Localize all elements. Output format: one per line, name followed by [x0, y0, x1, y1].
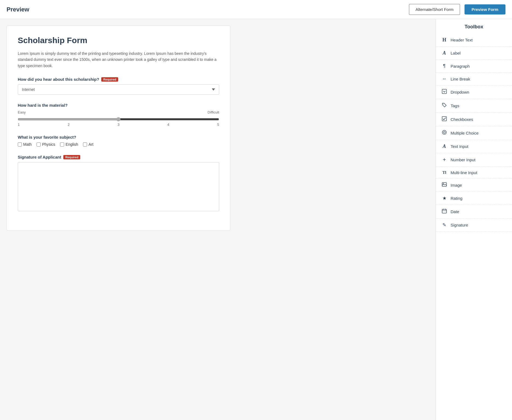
dropdown-section: How did you hear about this scholarship?… [18, 77, 219, 95]
preview-form-button[interactable]: Preview Form [465, 4, 505, 14]
form-container: Scholarship Form Lorem Ipsum is simply d… [7, 26, 230, 231]
toolbox-item-label-label: Label [451, 51, 461, 55]
toolbox-item-number-input[interactable]: + Number Input [436, 153, 512, 167]
toolbox-item-signature[interactable]: ✎ Signature [436, 219, 512, 232]
toolbox-item-text-input[interactable]: A Text Input [436, 140, 512, 153]
signature-section: Signature of Applicant Required [18, 155, 219, 212]
toolbox-item-dropdown[interactable]: Dropdown [436, 85, 512, 99]
signature-icon: ✎ [441, 222, 447, 228]
toolbox-item-label-number-input: Number Input [451, 157, 475, 162]
difficulty-slider[interactable] [18, 117, 219, 121]
toolbox-item-checkboxes[interactable]: Checkboxes [436, 113, 512, 126]
multiple-choice-icon [441, 130, 447, 136]
toolbox-item-label-line-break: Line Break [451, 77, 470, 81]
text-input-icon: A [441, 144, 447, 149]
line-break-icon: ↔ [441, 76, 447, 82]
slider-max-label: Difficult [208, 110, 219, 114]
toolbox-item-label-rating: Rating [451, 196, 462, 201]
slider-label: How hard is the material? [18, 103, 219, 108]
multi-line-input-icon: Tl [441, 170, 447, 175]
toolbox-item-label[interactable]: A Label [436, 47, 512, 60]
checkbox-physics-label: Physics [42, 142, 55, 147]
toolbox-item-label-tags: Tags [451, 103, 459, 108]
checkbox-art-input[interactable] [83, 142, 87, 147]
toolbox-item-label-text-input: Text Input [451, 144, 468, 149]
label-icon: A [441, 50, 447, 56]
form-title: Scholarship Form [18, 36, 219, 45]
toolbox-item-multiple-choice[interactable]: Multiple Choice [436, 126, 512, 140]
header-text-icon: H [441, 37, 447, 43]
svg-point-4 [443, 132, 445, 133]
svg-point-1 [443, 104, 444, 105]
number-input-icon: + [441, 157, 447, 163]
main-layout: Scholarship Form Lorem Ipsum is simply d… [0, 19, 512, 420]
checkbox-label: What is your favorite subject? [18, 135, 219, 139]
image-icon [441, 182, 447, 188]
toolbox-item-label-checkboxes: Checkboxes [451, 117, 473, 122]
toolbox-item-label-image: Image [451, 183, 462, 187]
page-title: Preview [7, 6, 404, 13]
checkbox-art[interactable]: Art [83, 142, 93, 147]
dropdown-required-badge: Required [101, 77, 118, 82]
dropdown-select[interactable]: Internet Friend Social Media Advertiseme… [18, 84, 219, 95]
checkbox-art-label: Art [88, 142, 93, 147]
toolbox-item-tags[interactable]: Tags [436, 99, 512, 113]
checkbox-math-input[interactable] [18, 142, 22, 147]
toolbox-item-label-header-text: Header Text [451, 38, 473, 42]
toolbox-item-label-multi-line-input: Multi-line Input [451, 170, 477, 175]
toolbox-item-header-text[interactable]: H Header Text [436, 34, 512, 47]
toolbox: Toolbox H Header Text A Label ¶ Paragrap… [436, 19, 512, 420]
slider-range-labels: Easy Difficult [18, 110, 219, 114]
toolbox-item-paragraph[interactable]: ¶ Paragraph [436, 60, 512, 73]
toolbox-item-label-dropdown: Dropdown [451, 90, 469, 94]
checkbox-math-label: Math [23, 142, 32, 147]
checkbox-english-label: English [66, 142, 78, 147]
toolbox-title: Toolbox [436, 19, 512, 34]
slider-tick-labels: 1 2 3 4 5 [18, 123, 219, 127]
checkbox-physics[interactable]: Physics [37, 142, 55, 147]
toolbox-item-line-break[interactable]: ↔ Line Break [436, 73, 512, 85]
svg-rect-2 [442, 117, 446, 121]
checkboxes-icon [441, 116, 447, 123]
dropdown-label: How did you hear about this scholarship?… [18, 77, 219, 82]
slider-section: How hard is the material? Easy Difficult… [18, 103, 219, 127]
toolbox-item-label-multiple-choice: Multiple Choice [451, 131, 479, 135]
top-bar: Preview Alternate/Short Form Preview For… [0, 0, 512, 19]
rating-icon: ★ [441, 195, 447, 201]
checkbox-english-input[interactable] [60, 142, 64, 147]
toolbox-item-date[interactable]: Date [436, 205, 512, 219]
checkbox-physics-input[interactable] [37, 142, 41, 147]
signature-canvas[interactable] [18, 162, 219, 211]
date-icon [441, 208, 447, 215]
svg-point-3 [442, 130, 446, 135]
checkbox-group: Math Physics English Art [18, 142, 219, 147]
checkbox-english[interactable]: English [60, 142, 78, 147]
checkbox-math[interactable]: Math [18, 142, 32, 147]
paragraph-icon: ¶ [441, 63, 447, 69]
tags-icon [441, 103, 447, 109]
svg-rect-0 [442, 89, 446, 94]
toolbox-item-label-signature: Signature [451, 223, 468, 227]
svg-point-6 [443, 183, 444, 184]
toolbox-item-label-date: Date [451, 209, 459, 214]
dropdown-icon [441, 89, 447, 95]
toolbox-item-image[interactable]: Image [436, 179, 512, 192]
form-description: Lorem Ipsum is simply dummy text of the … [18, 50, 219, 69]
toolbox-item-rating[interactable]: ★ Rating [436, 192, 512, 205]
toolbox-item-multi-line-input[interactable]: Tl Multi-line Input [436, 167, 512, 179]
preview-area: Scholarship Form Lorem Ipsum is simply d… [0, 19, 436, 420]
signature-label: Signature of Applicant Required [18, 155, 219, 159]
toolbox-item-label-paragraph: Paragraph [451, 64, 470, 68]
slider-min-label: Easy [18, 110, 26, 114]
alternate-form-button[interactable]: Alternate/Short Form [409, 4, 460, 15]
signature-required-badge: Required [63, 155, 80, 159]
checkbox-section: What is your favorite subject? Math Phys… [18, 135, 219, 147]
svg-rect-7 [442, 209, 446, 213]
